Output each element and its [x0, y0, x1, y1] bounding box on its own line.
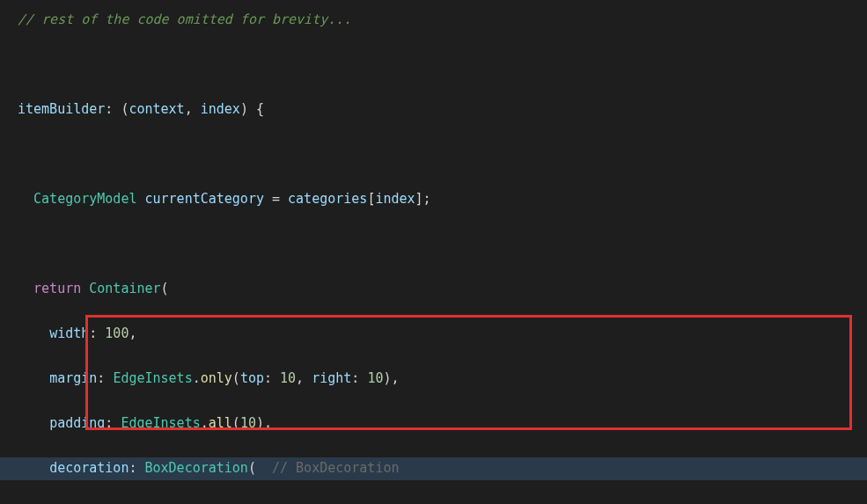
code-line: margin: EdgeInsets.only(top: 10, right: … [18, 368, 867, 391]
code-editor[interactable]: // rest of the code omitted for brevity.… [18, 9, 867, 504]
code-line: return Container( [18, 278, 867, 301]
code-line [18, 54, 867, 77]
code-line: itemBuilder: (context, index) { [18, 99, 867, 121]
code-line: CategoryModel currentCategory = categori… [18, 188, 867, 211]
code-line [18, 143, 867, 166]
code-line: width: 100, [18, 323, 867, 346]
code-line: padding: EdgeInsets.all(10), [18, 413, 867, 435]
code-line-highlighted: decoration: BoxDecoration( // BoxDecorat… [0, 457, 867, 480]
code-line: // rest of the code omitted for brevity.… [18, 9, 867, 32]
comment-text: // rest of the code omitted for brevity.… [18, 11, 351, 27]
code-line [18, 233, 867, 256]
closing-hint: // BoxDecoration [272, 460, 400, 476]
